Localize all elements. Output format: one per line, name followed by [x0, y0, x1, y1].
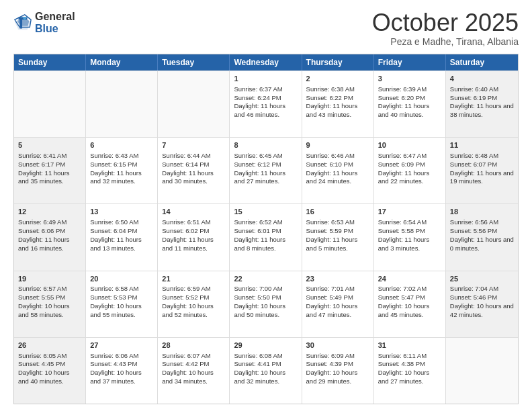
day-info: Sunrise: 6:09 AM Sunset: 4:39 PM Dayligh… [306, 352, 369, 386]
day-number: 13 [90, 207, 153, 217]
calendar-header: SundayMondayTuesdayWednesdayThursdayFrid… [14, 54, 518, 71]
cal-row: 5Sunrise: 6:41 AM Sunset: 6:17 PM Daylig… [14, 137, 518, 203]
day-info: Sunrise: 7:02 AM Sunset: 5:47 PM Dayligh… [378, 285, 441, 319]
day-number: 26 [18, 340, 81, 351]
cal-cell: 1Sunrise: 6:37 AM Sunset: 6:24 PM Daylig… [230, 71, 302, 137]
day-number: 19 [18, 274, 81, 284]
day-info: Sunrise: 6:06 AM Sunset: 4:43 PM Dayligh… [90, 352, 153, 386]
cal-row: 19Sunrise: 6:57 AM Sunset: 5:55 PM Dayli… [14, 271, 518, 337]
cal-header-day: Monday [86, 54, 158, 71]
day-info: Sunrise: 6:08 AM Sunset: 4:41 PM Dayligh… [234, 352, 297, 386]
logo-general: General [35, 11, 75, 22]
day-number: 22 [234, 274, 297, 284]
cal-header-day: Friday [374, 54, 446, 71]
day-info: Sunrise: 6:40 AM Sunset: 6:19 PM Dayligh… [450, 85, 514, 120]
day-info: Sunrise: 6:41 AM Sunset: 6:17 PM Dayligh… [18, 152, 81, 186]
cal-cell: 16Sunrise: 6:53 AM Sunset: 5:59 PM Dayli… [302, 204, 374, 270]
day-info: Sunrise: 6:53 AM Sunset: 5:59 PM Dayligh… [306, 218, 369, 253]
cal-cell [158, 71, 230, 137]
cal-cell: 30Sunrise: 6:09 AM Sunset: 4:39 PM Dayli… [302, 338, 374, 404]
cal-cell: 15Sunrise: 6:52 AM Sunset: 6:01 PM Dayli… [230, 204, 302, 270]
logo-text-block: General Blue [35, 11, 75, 34]
day-info: Sunrise: 7:04 AM Sunset: 5:46 PM Dayligh… [450, 285, 514, 319]
cal-cell: 12Sunrise: 6:49 AM Sunset: 6:06 PM Dayli… [14, 204, 86, 270]
cal-cell: 14Sunrise: 6:51 AM Sunset: 6:02 PM Dayli… [158, 204, 230, 270]
day-info: Sunrise: 6:38 AM Sunset: 6:22 PM Dayligh… [306, 85, 369, 120]
day-info: Sunrise: 6:54 AM Sunset: 5:58 PM Dayligh… [378, 218, 441, 253]
day-number: 16 [306, 207, 369, 217]
location-subtitle: Peza e Madhe, Tirana, Albania [372, 36, 519, 47]
day-number: 27 [90, 340, 153, 351]
page: General Blue October 2025 Peza e Madhe, … [0, 0, 532, 411]
cal-cell [446, 338, 518, 404]
cal-cell: 20Sunrise: 6:58 AM Sunset: 5:53 PM Dayli… [86, 271, 158, 337]
cal-cell: 18Sunrise: 6:56 AM Sunset: 5:56 PM Dayli… [446, 204, 518, 270]
day-info: Sunrise: 6:07 AM Sunset: 4:42 PM Dayligh… [162, 352, 225, 386]
logo-icon [13, 13, 32, 32]
day-number: 2 [306, 74, 369, 84]
day-number: 25 [450, 274, 514, 284]
day-info: Sunrise: 7:00 AM Sunset: 5:50 PM Dayligh… [234, 285, 297, 319]
cal-cell: 11Sunrise: 6:48 AM Sunset: 6:07 PM Dayli… [446, 138, 518, 203]
day-info: Sunrise: 6:46 AM Sunset: 6:10 PM Dayligh… [306, 152, 369, 186]
cal-header-day: Tuesday [158, 54, 230, 71]
day-number: 6 [90, 140, 153, 150]
cal-cell: 31Sunrise: 6:11 AM Sunset: 4:38 PM Dayli… [374, 338, 446, 404]
day-info: Sunrise: 6:45 AM Sunset: 6:12 PM Dayligh… [234, 152, 297, 186]
cal-cell: 7Sunrise: 6:44 AM Sunset: 6:14 PM Daylig… [158, 138, 230, 203]
day-info: Sunrise: 6:39 AM Sunset: 6:20 PM Dayligh… [378, 85, 441, 120]
day-number: 15 [234, 207, 297, 217]
day-number: 14 [162, 207, 225, 217]
cal-row: 12Sunrise: 6:49 AM Sunset: 6:06 PM Dayli… [14, 203, 518, 270]
cal-cell: 21Sunrise: 6:59 AM Sunset: 5:52 PM Dayli… [158, 271, 230, 337]
cal-header-day: Thursday [302, 54, 374, 71]
day-number: 7 [162, 140, 225, 150]
day-number: 3 [378, 74, 441, 84]
day-number: 31 [378, 340, 441, 351]
day-info: Sunrise: 6:48 AM Sunset: 6:07 PM Dayligh… [450, 152, 514, 186]
day-number: 5 [18, 140, 81, 150]
calendar-body: 1Sunrise: 6:37 AM Sunset: 6:24 PM Daylig… [14, 71, 518, 404]
day-info: Sunrise: 6:44 AM Sunset: 6:14 PM Dayligh… [162, 152, 225, 186]
calendar: SundayMondayTuesdayWednesdayThursdayFrid… [13, 54, 519, 404]
cal-row: 26Sunrise: 6:05 AM Sunset: 4:45 PM Dayli… [14, 337, 518, 404]
cal-cell: 17Sunrise: 6:54 AM Sunset: 5:58 PM Dayli… [374, 204, 446, 270]
cal-cell: 22Sunrise: 7:00 AM Sunset: 5:50 PM Dayli… [230, 271, 302, 337]
cal-cell: 26Sunrise: 6:05 AM Sunset: 4:45 PM Dayli… [14, 338, 86, 404]
cal-header-day: Wednesday [230, 54, 302, 71]
day-number: 30 [306, 340, 369, 351]
cal-cell: 2Sunrise: 6:38 AM Sunset: 6:22 PM Daylig… [302, 71, 374, 137]
month-title: October 2025 [372, 11, 519, 35]
cal-header-day: Saturday [446, 54, 518, 71]
day-number: 4 [450, 74, 514, 84]
day-number: 21 [162, 274, 225, 284]
cal-cell: 28Sunrise: 6:07 AM Sunset: 4:42 PM Dayli… [158, 338, 230, 404]
cal-cell: 19Sunrise: 6:57 AM Sunset: 5:55 PM Dayli… [14, 271, 86, 337]
cal-cell [14, 71, 86, 137]
cal-cell [86, 71, 158, 137]
cal-cell: 27Sunrise: 6:06 AM Sunset: 4:43 PM Dayli… [86, 338, 158, 404]
cal-cell: 13Sunrise: 6:50 AM Sunset: 6:04 PM Dayli… [86, 204, 158, 270]
day-number: 1 [234, 74, 297, 84]
header: General Blue October 2025 Peza e Madhe, … [13, 11, 519, 47]
cal-cell: 4Sunrise: 6:40 AM Sunset: 6:19 PM Daylig… [446, 71, 518, 137]
header-right: October 2025 Peza e Madhe, Tirana, Alban… [372, 11, 519, 47]
cal-header-day: Sunday [14, 54, 86, 71]
day-number: 23 [306, 274, 369, 284]
day-info: Sunrise: 6:56 AM Sunset: 5:56 PM Dayligh… [450, 218, 514, 253]
day-info: Sunrise: 6:52 AM Sunset: 6:01 PM Dayligh… [234, 218, 297, 253]
cal-cell: 23Sunrise: 7:01 AM Sunset: 5:49 PM Dayli… [302, 271, 374, 337]
cal-cell: 5Sunrise: 6:41 AM Sunset: 6:17 PM Daylig… [14, 138, 86, 203]
day-number: 9 [306, 140, 369, 150]
day-info: Sunrise: 6:59 AM Sunset: 5:52 PM Dayligh… [162, 285, 225, 319]
cal-cell: 6Sunrise: 6:43 AM Sunset: 6:15 PM Daylig… [86, 138, 158, 203]
day-number: 29 [234, 340, 297, 351]
day-number: 11 [450, 140, 514, 150]
day-number: 10 [378, 140, 441, 150]
day-info: Sunrise: 6:37 AM Sunset: 6:24 PM Dayligh… [234, 85, 297, 120]
cal-cell: 8Sunrise: 6:45 AM Sunset: 6:12 PM Daylig… [230, 138, 302, 203]
logo-blue: Blue [35, 23, 58, 34]
day-number: 18 [450, 207, 514, 217]
cal-cell: 24Sunrise: 7:02 AM Sunset: 5:47 PM Dayli… [374, 271, 446, 337]
cal-cell: 10Sunrise: 6:47 AM Sunset: 6:09 PM Dayli… [374, 138, 446, 203]
